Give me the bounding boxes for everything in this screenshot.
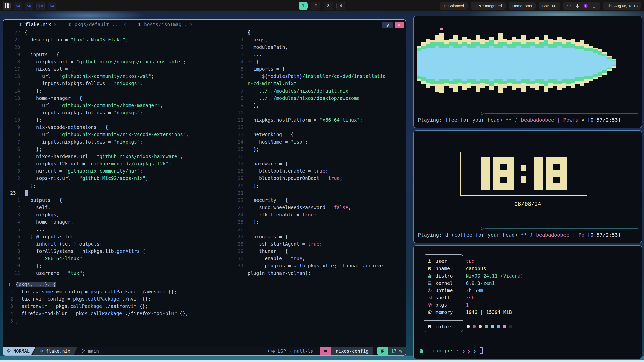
viz-column	[485, 19, 489, 108]
code-line: 6 "${modulesPath}/installer/cd-dvd/insta…	[234, 73, 389, 87]
fetch-value-shell: zsh	[466, 294, 561, 301]
code-pane-default[interactable]: 1{pkgs, ...}: {1 tux-awesome-wm-config =…	[7, 281, 233, 325]
widget-tile[interactable]: $W	[14, 2, 22, 10]
close-tab-icon[interactable]: ×	[54, 22, 56, 27]
viz-column	[607, 19, 612, 108]
code-text: inputs.nixpkgs.follows = "nixpkgs";	[25, 109, 143, 116]
song-time: [0:57/2:53]	[584, 117, 621, 123]
lsp-segment: ⚙⚙ LSP ~ null-ls	[268, 348, 313, 354]
code-text: "x86_64-linux"	[25, 255, 82, 262]
line-number: 8	[7, 248, 25, 255]
tab-pkgs-default-[interactable]: ❄pkgs/default ...×	[68, 22, 126, 27]
file-label: flake.nix	[46, 348, 70, 354]
code-line: 21	[234, 189, 389, 197]
prompt-arrow: →	[427, 347, 430, 354]
code-text: nur.url = "github:nix-community/nur";	[25, 167, 143, 175]
widget-tile[interactable]: $W	[48, 2, 56, 10]
phone-icon[interactable]	[592, 4, 596, 8]
code-line: 8 url = "github:nix-community/nix-vscode…	[7, 131, 234, 138]
code-pane-flake[interactable]: 22{21 description = "tux's NixOS Flake";…	[7, 29, 234, 277]
tag-2[interactable]: 2	[311, 2, 320, 10]
code-line: 5 imports = [	[234, 65, 389, 73]
wallpaper-strip	[0, 360, 644, 362]
line-number: 5	[7, 226, 25, 233]
playing-prefix: Playing:	[418, 232, 445, 238]
code-text: ../../modules/nixos/default.nix	[248, 87, 386, 95]
viz-column	[439, 19, 444, 108]
line-number: 8	[234, 95, 248, 102]
scroll-percent: 17 %	[391, 348, 402, 354]
line-number: 1	[7, 288, 16, 295]
line-number: 22	[7, 29, 25, 36]
memory-icon	[427, 310, 432, 314]
viz-column	[435, 19, 439, 108]
viz-column	[535, 19, 539, 108]
uptime-icon	[427, 288, 432, 293]
code-text: ];	[248, 102, 386, 109]
code-line: 12 url = "github:nix-community/home-mana…	[7, 102, 234, 109]
fetch-row-kernel: kernel	[424, 279, 463, 287]
wifi-icon[interactable]	[567, 4, 571, 8]
tag-1[interactable]: 1	[299, 2, 308, 10]
line-number: 12	[7, 102, 25, 109]
now-playing: Playing: ffee for your head) ** ♪ beabad…	[418, 116, 638, 124]
tab-label: flake.nix	[25, 22, 51, 27]
line-number: 2	[7, 175, 25, 182]
visualizer-window: =====================> Playing: ffee for…	[413, 16, 642, 128]
terminal-palette	[467, 325, 512, 328]
bluetooth-icon[interactable]	[575, 4, 580, 8]
palette-dot	[497, 325, 500, 328]
hostname-icon	[427, 266, 432, 271]
code-line: 17 nixos-wsl = {	[7, 65, 234, 73]
tab-flake-nix[interactable]: ❄flake.nix×	[19, 22, 56, 27]
line-number: 6	[234, 73, 248, 87]
tag-3[interactable]: 3	[324, 2, 333, 10]
distro-icon	[427, 274, 432, 278]
code-text: networking = {	[248, 131, 386, 138]
branch-segment: main	[82, 348, 99, 354]
viz-column	[526, 19, 530, 108]
line-number: 31	[234, 262, 248, 277]
code-line: 1{	[234, 29, 389, 36]
close-tab-icon[interactable]: ×	[123, 22, 126, 27]
fire-icon[interactable]	[583, 4, 588, 8]
viz-column	[507, 19, 512, 108]
widget-tile[interactable]: $W	[25, 2, 33, 10]
viz-column	[602, 19, 607, 108]
clock-digit-colon	[521, 157, 526, 190]
code-text: };	[25, 182, 36, 189]
code-pane-isoimage[interactable]: 1{1 pkgs,2 modulesPath,3 ...4}: {5 impor…	[234, 29, 389, 277]
line-number: 20	[7, 43, 25, 51]
palette-icon	[427, 324, 432, 329]
code-text: ../../modules/nixos/desktop/awesome	[248, 95, 386, 102]
clock-digit-1	[481, 157, 490, 190]
shell-prompt[interactable]: → canopus ~	[419, 347, 483, 354]
eye-button[interactable]	[382, 22, 393, 28]
tag-4[interactable]: 4	[336, 2, 345, 10]
song-artist: beabadoobee | Powfu	[521, 117, 581, 123]
fetch-value-pkgs: 1	[466, 301, 561, 308]
code-text: self,	[25, 204, 51, 211]
layout-icon[interactable]	[3, 2, 11, 10]
close-window-button[interactable]: ×	[395, 22, 404, 28]
code-text: rtkit.enable = true;	[248, 211, 386, 218]
song-title: d (coffee for your head) **	[445, 232, 530, 238]
code-text	[248, 226, 386, 233]
line-number: 21	[234, 189, 248, 197]
scroll-percent-segment: 17 %	[388, 347, 406, 355]
tab-hosts-isoImag-[interactable]: ❄hosts/isoImag..×	[138, 22, 193, 27]
fetch-label: kernel	[435, 279, 453, 287]
now-playing: Playing: d (coffee for your head) ** ♪ b…	[418, 231, 638, 239]
viz-column	[417, 19, 421, 108]
line-number: 18	[234, 167, 248, 175]
widget-tile[interactable]: $W	[36, 2, 45, 10]
system-tray	[563, 2, 600, 10]
viz-column	[426, 19, 430, 108]
code-text	[248, 189, 386, 197]
code-line: 14 };	[7, 87, 234, 95]
close-tab-icon[interactable]: ×	[190, 22, 192, 27]
viz-column	[521, 19, 526, 108]
viz-column	[480, 19, 485, 108]
code-line: 13 home-manager = {	[7, 95, 234, 102]
line-number: 22	[234, 197, 248, 204]
